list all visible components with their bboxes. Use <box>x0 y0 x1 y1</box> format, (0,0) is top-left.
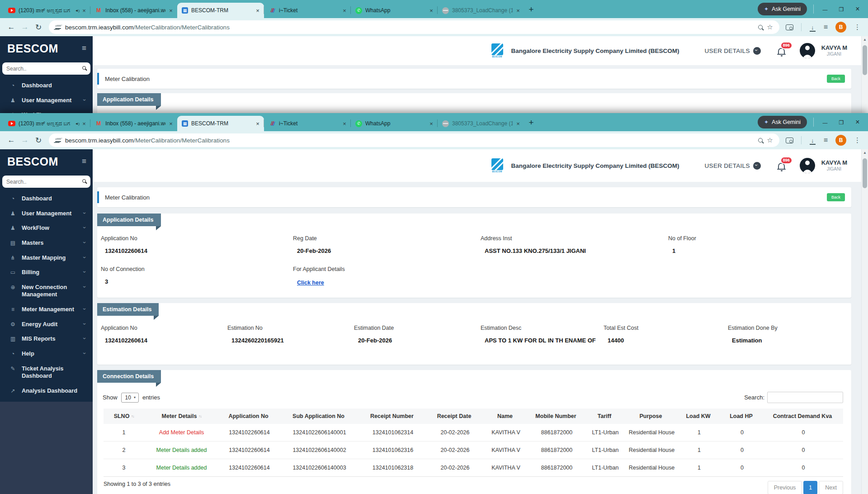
table-column-header[interactable]: Application No <box>219 408 280 424</box>
sidebar-item[interactable]: ◔ Dashboard <box>0 78 93 93</box>
reading-list-icon[interactable] <box>824 23 828 31</box>
click-here-link[interactable]: Click here <box>293 280 324 286</box>
menu-dots-icon[interactable] <box>854 23 861 31</box>
url-bar[interactable]: bescom.trm.ieasybill.com/MeterCalibratio… <box>49 20 779 34</box>
profile-avatar[interactable]: B <box>835 22 846 33</box>
sidebar-item[interactable]: ↗ Analysis Dashboard <box>0 384 93 399</box>
site-info-icon[interactable] <box>55 25 61 30</box>
back-icon[interactable] <box>5 20 18 34</box>
tab-close-icon[interactable] <box>514 7 522 14</box>
sidebar-search-input[interactable] <box>2 62 90 75</box>
next-page-button[interactable]: Next <box>819 481 843 494</box>
sidebar-item[interactable]: ≡ Meter Management › <box>0 302 93 317</box>
tab-close-icon[interactable] <box>341 7 348 14</box>
browser-tab[interactable]: (1203) ಪಾಕ್ ಅಣ್ಣಸ್ಸದ ಬಗ ◄) <box>4 3 90 18</box>
sidebar-item[interactable]: ⚙ Energy Audit › <box>0 317 93 332</box>
sidebar-item[interactable]: ◔ Help › <box>0 347 93 361</box>
back-button[interactable]: Back <box>827 75 845 83</box>
tab-close-icon[interactable] <box>254 120 261 127</box>
screen-search-icon[interactable] <box>786 138 793 143</box>
user-details-dropdown[interactable]: USER DETAILS <box>705 162 761 170</box>
table-column-header[interactable]: Meter Details↑↓ <box>144 408 219 424</box>
browser-tab[interactable]: (1203) ಪಾಕ್ ಅಣ್ಣಸ್ಸದ ಬಗ ◄) <box>4 116 90 131</box>
menu-dots-icon[interactable] <box>854 136 861 144</box>
ask-gemini-button[interactable]: ✦ Ask Gemini <box>758 116 807 128</box>
tab-close-icon[interactable] <box>341 120 348 127</box>
reload-icon[interactable] <box>32 20 45 34</box>
url-bar[interactable]: bescom.trm.ieasybill.com/MeterCalibratio… <box>49 133 779 147</box>
meter-details-link[interactable]: Add Meter Details <box>144 424 219 441</box>
window-close-button[interactable] <box>853 5 863 13</box>
bookmark-star-icon[interactable] <box>767 136 773 144</box>
tab-close-icon[interactable] <box>428 7 435 14</box>
browser-tab[interactable]: i~Ticket <box>264 116 351 131</box>
sidebar-item[interactable]: ♟ WorkFlow › <box>0 221 93 236</box>
browser-tab[interactable]: 3805373_LoadChange (1) (1).pd <box>438 3 524 18</box>
browser-tab[interactable]: BESCOM-TRM <box>177 3 264 18</box>
sidebar-item[interactable]: ♟ WorkFlow › <box>0 108 93 113</box>
sidebar-item[interactable]: ✎ Ticket Analysis Dashboard <box>0 361 93 384</box>
page-number-button[interactable]: 1 <box>803 481 817 494</box>
reload-icon[interactable] <box>32 133 45 147</box>
screen-search-icon[interactable] <box>786 24 793 30</box>
browser-tab[interactable]: Inbox (558) - aeejigani.works20 <box>90 116 177 131</box>
sidebar-item[interactable]: ♟ User Management › <box>0 93 93 108</box>
browser-tab[interactable]: WhatsApp <box>351 116 438 131</box>
notifications-bell[interactable]: 896 <box>776 160 787 171</box>
table-column-header[interactable]: Contract Demand Kva <box>764 408 843 424</box>
table-search-input[interactable] <box>767 392 843 403</box>
tab-close-icon[interactable] <box>254 7 261 14</box>
sidebar-item[interactable]: ♟ User Management › <box>0 206 93 221</box>
sidebar-search-input[interactable] <box>2 176 90 188</box>
table-column-header[interactable]: Sub Application No <box>280 408 359 424</box>
minimize-button[interactable] <box>820 5 830 13</box>
hamburger-menu-icon[interactable] <box>82 157 86 166</box>
scrollbar[interactable] <box>861 36 868 113</box>
forward-icon[interactable] <box>18 20 32 34</box>
table-column-header[interactable]: Mobile Number <box>528 408 585 424</box>
restore-button[interactable] <box>836 119 846 126</box>
zoom-icon[interactable] <box>758 25 763 29</box>
tab-close-icon[interactable] <box>80 120 88 127</box>
notifications-bell[interactable]: 896 <box>776 45 787 56</box>
scrollbar-thumb[interactable] <box>863 158 867 188</box>
ask-gemini-button[interactable]: ✦ Ask Gemini <box>758 3 807 15</box>
browser-tab[interactable]: i~Ticket <box>264 3 351 18</box>
tab-close-icon[interactable] <box>80 7 88 14</box>
table-column-header[interactable]: Load HP <box>721 408 764 424</box>
sidebar-item[interactable]: ▤ Masters › <box>0 236 93 251</box>
table-column-header[interactable]: SLNO↑↓ <box>104 408 144 424</box>
profile-avatar[interactable]: B <box>835 135 846 146</box>
browser-tab[interactable]: Inbox (558) - aeejigani.works20 <box>90 3 177 18</box>
page-size-select[interactable]: 10 <box>121 393 139 403</box>
user-avatar[interactable] <box>800 43 815 58</box>
scrollbar[interactable] <box>861 149 868 494</box>
back-button[interactable]: Back <box>827 193 845 201</box>
tab-close-icon[interactable] <box>167 120 175 127</box>
meter-details-link[interactable]: Meter Details added <box>144 442 219 459</box>
sidebar-item[interactable]: ▭ Billing › <box>0 265 93 280</box>
sidebar-item[interactable]: ▥ MIS Reports › <box>0 332 93 347</box>
user-details-dropdown[interactable]: USER DETAILS <box>705 47 761 55</box>
table-column-header[interactable]: Name <box>483 408 528 424</box>
user-avatar[interactable] <box>800 158 815 173</box>
scroll-up-arrow-icon[interactable] <box>862 38 868 42</box>
tab-close-icon[interactable] <box>167 7 175 14</box>
browser-tab[interactable]: 3805373_LoadChange (1) (1).pd <box>438 116 524 131</box>
sidebar-item[interactable]: ⊕ New Connection Management › <box>0 280 93 302</box>
browser-tab[interactable]: WhatsApp <box>351 3 438 18</box>
browser-tab[interactable]: BESCOM-TRM <box>177 116 264 131</box>
meter-details-link[interactable]: Meter Details added <box>144 459 219 476</box>
hamburger-menu-icon[interactable] <box>82 44 86 53</box>
search-icon[interactable] <box>82 66 86 70</box>
new-tab-button[interactable]: + <box>524 3 538 16</box>
scroll-up-arrow-icon[interactable] <box>862 151 868 155</box>
forward-icon[interactable] <box>18 133 32 147</box>
downloads-icon[interactable] <box>809 137 816 144</box>
tab-close-icon[interactable] <box>514 120 522 127</box>
table-column-header[interactable]: Tariff <box>585 408 626 424</box>
window-close-button[interactable] <box>853 118 863 126</box>
table-column-header[interactable]: Load KW <box>678 408 721 424</box>
new-tab-button[interactable]: + <box>524 116 538 129</box>
minimize-button[interactable] <box>820 119 830 126</box>
